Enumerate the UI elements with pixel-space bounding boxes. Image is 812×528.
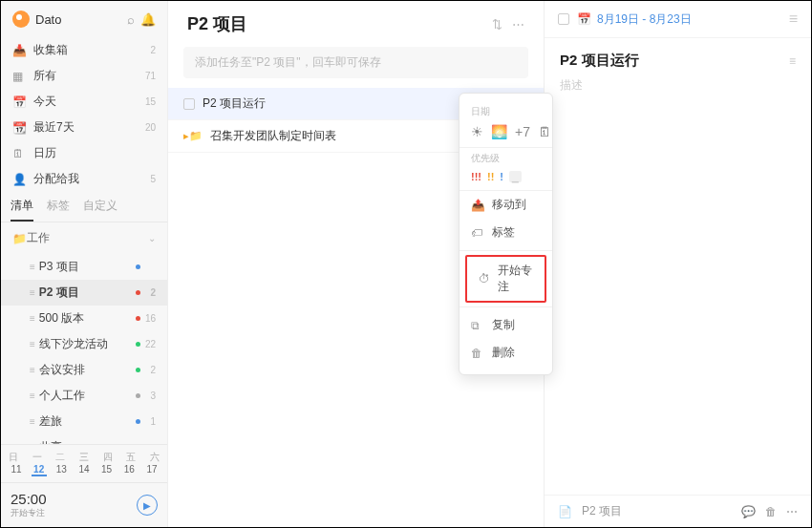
list-personal-work[interactable]: ≡个人工作3	[1, 383, 167, 409]
folder-icon: 📁	[12, 232, 27, 245]
ctx-start-focus[interactable]: ⏱开始专注	[467, 257, 545, 301]
list-share[interactable]: ≡共享	[1, 434, 167, 444]
app-logo	[12, 11, 30, 28]
detail-project[interactable]: P2 项目	[582, 503, 732, 519]
ctx-copy[interactable]: ⧉复制	[459, 311, 552, 339]
priority-low[interactable]: !	[500, 171, 503, 182]
comment-icon[interactable]: 💬	[741, 505, 756, 518]
pick-date-icon[interactable]: 🗓	[538, 124, 551, 139]
sidebar-next7[interactable]: 📆最近7天20	[1, 115, 167, 140]
sidebar-all[interactable]: ▦所有71	[1, 63, 167, 89]
mini-calendar[interactable]: 日一二三四五六 11121314151617	[1, 444, 167, 482]
date-range[interactable]: 8月19日 - 8月23日	[597, 11, 789, 28]
calendar-icon: 📅	[577, 12, 591, 26]
sort-icon[interactable]: ⇅	[492, 17, 502, 32]
add-task-input[interactable]: 添加任务至"P2 项目"，回车即可保存	[183, 47, 528, 78]
sidebar-today[interactable]: 📅今天15	[1, 89, 167, 115]
tab-tags[interactable]: 标签	[47, 198, 70, 222]
focus-timer: 25:00 开始专注 ▶	[1, 482, 167, 527]
list-travel-expense[interactable]: ≡差旅1	[1, 409, 167, 434]
tomorrow-icon[interactable]: 🌅	[491, 124, 507, 139]
section-date: 日期	[459, 101, 552, 120]
today-icon[interactable]: ☀	[471, 124, 483, 139]
search-icon[interactable]: ⌕	[127, 12, 135, 27]
more-icon[interactable]: ⋯	[512, 17, 524, 32]
priority-high[interactable]: !!!	[471, 171, 481, 182]
folder-icon: ▸📁	[183, 130, 203, 142]
list-title: P2 项目	[187, 12, 482, 35]
play-button[interactable]: ▶	[137, 495, 158, 516]
move-icon: 📤	[471, 199, 484, 212]
sidebar-calendar[interactable]: 🗓日历	[1, 140, 167, 166]
app-name: Dato	[35, 12, 121, 27]
sidebar: Dato ⌕ 🔔 📥收集箱2 ▦所有71 📅今天15 📆最近7天20 🗓日历 👤…	[1, 1, 168, 527]
priority-indicator[interactable]: ≡	[789, 11, 798, 28]
tab-lists[interactable]: 清单	[11, 198, 33, 222]
tag-icon: 🏷	[471, 226, 484, 240]
priority-none[interactable]: ⎯	[509, 171, 522, 182]
sidebar-inbox[interactable]: 📥收集箱2	[1, 37, 167, 63]
trash-icon: 🗑	[471, 347, 484, 360]
list-p2[interactable]: ≡P2 项目2	[1, 280, 167, 306]
next-week-icon[interactable]: +7	[515, 124, 530, 139]
project-icon: 📄	[558, 505, 572, 518]
timer-value: 25:00	[11, 491, 47, 507]
section-priority: 优先级	[459, 148, 552, 167]
trash-icon[interactable]: 🗑	[765, 505, 777, 518]
chevron-down-icon: ⌄	[148, 233, 156, 243]
more-icon[interactable]: ⋯	[786, 505, 798, 518]
sidebar-assigned[interactable]: 👤分配给我5	[1, 166, 167, 192]
detail-description[interactable]: 描述	[545, 74, 811, 97]
detail-checkbox[interactable]	[558, 13, 569, 25]
priority-med[interactable]: !!	[487, 171, 494, 182]
timer-label: 开始专注	[11, 507, 47, 519]
ctx-tags[interactable]: 🏷标签	[459, 219, 552, 246]
list-salon[interactable]: ≡线下沙龙活动22	[1, 331, 167, 357]
outline-icon[interactable]: ≡	[789, 54, 796, 68]
list-p3[interactable]: ≡P3 项目	[1, 254, 167, 280]
context-menu: 日期 ☀ 🌅 +7 🗓 优先级 !!! !! ! ⎯ 📤移动到 🏷标签 ⏱开始专…	[459, 93, 553, 375]
detail-title[interactable]: P2 项目运行≡	[545, 38, 811, 74]
bell-icon[interactable]: 🔔	[140, 12, 156, 27]
task-checkbox[interactable]	[183, 98, 195, 110]
ctx-move-to[interactable]: 📤移动到	[459, 191, 552, 219]
copy-icon: ⧉	[471, 319, 484, 332]
list-500[interactable]: ≡500 版本16	[1, 306, 167, 331]
detail-panel: 📅 8月19日 - 8月23日 ≡ P2 项目运行≡ 描述 日期 ☀ 🌅 +7 …	[544, 1, 811, 527]
stopwatch-icon: ⏱	[479, 272, 490, 285]
tab-custom[interactable]: 自定义	[83, 198, 118, 222]
list-meeting[interactable]: ≡会议安排2	[1, 357, 167, 383]
group-work[interactable]: 📁工作⌄	[1, 222, 167, 254]
ctx-delete[interactable]: 🗑删除	[459, 339, 552, 367]
